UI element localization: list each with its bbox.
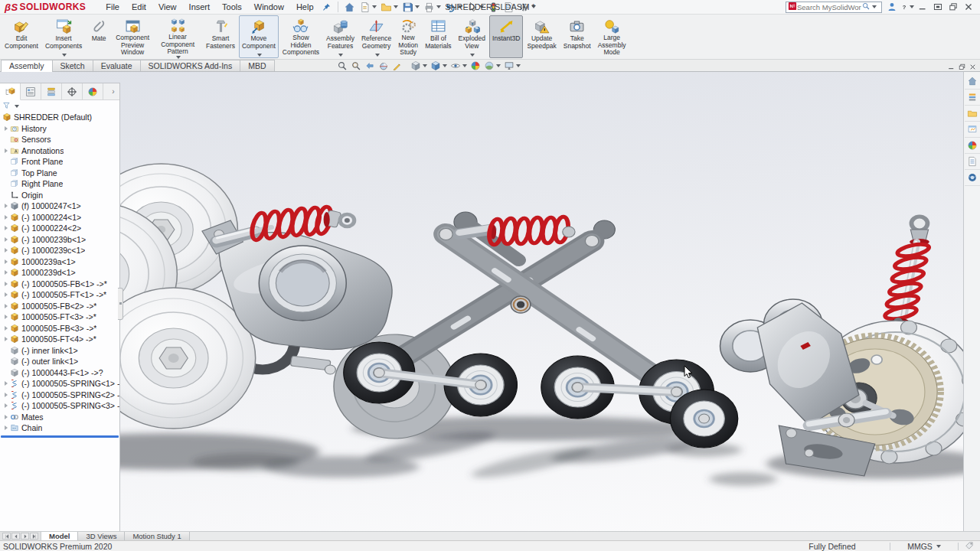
apply-scene-icon[interactable] [482, 60, 502, 71]
ribbon-bill-of-materials[interactable]: Bill of Materials [422, 15, 454, 58]
ribbon-mate[interactable]: Mate [86, 15, 112, 58]
ribbon-new-motion-study[interactable]: New Motion Study [395, 15, 421, 58]
tree-item-10000505-fb-2[interactable]: 10000505-FB<2> ->* [0, 301, 119, 312]
tab-featuremanager[interactable] [0, 83, 21, 100]
tree-item-right-plane[interactable]: Right Plane [0, 178, 119, 190]
tree-item-10000505-spring-1[interactable]: (-) 10000505-SPRING<1> -> [0, 378, 119, 390]
rollback-bar[interactable] [1, 435, 119, 438]
taskpane-view-palette-icon[interactable] [965, 122, 980, 138]
tree-item-front-plane[interactable]: Front Plane [0, 156, 119, 168]
menu-file[interactable]: File [100, 1, 126, 13]
expand-arrow-icon[interactable] [2, 425, 10, 430]
tree-item-10000505-ft-1[interactable]: (-) 10000505-FT<1> ->* [0, 289, 119, 301]
help-icon[interactable]: ? [900, 1, 914, 13]
section-view-icon[interactable] [377, 60, 390, 71]
taskpane-resources-icon[interactable] [965, 73, 980, 90]
expand-arrow-icon[interactable] [2, 381, 10, 386]
pin-icon[interactable] [320, 1, 334, 13]
tree-item-10000239a-1[interactable]: 10000239a<1> [0, 256, 119, 268]
view-orientation-icon[interactable] [409, 60, 429, 71]
display-style-icon[interactable] [429, 60, 449, 71]
taskpane-appearances-icon[interactable] [965, 138, 980, 154]
tab-mbd[interactable]: MBD [240, 60, 274, 71]
doc-restore-icon[interactable] [958, 60, 966, 74]
tab-evaluate[interactable]: Evaluate [93, 60, 141, 71]
expand-arrow-icon[interactable] [2, 304, 10, 308]
expand-arrow-icon[interactable] [2, 393, 10, 397]
tree-item-mates[interactable]: Mates [0, 412, 119, 423]
model-middle-linkage[interactable] [344, 212, 714, 424]
tab-prev-button[interactable] [11, 533, 20, 540]
ribbon-instant3d[interactable]: Instant3D [489, 15, 523, 58]
tab-sketch[interactable]: Sketch [52, 60, 93, 71]
tab-assembly[interactable]: Assembly [1, 60, 53, 72]
save-icon[interactable] [400, 1, 421, 14]
doc-tab-model[interactable]: Model [41, 532, 78, 540]
menu-insert[interactable]: Insert [183, 1, 217, 13]
restore-button[interactable] [946, 1, 960, 13]
ribbon-linear-component-pattern[interactable]: Linear Component Pattern [153, 15, 202, 58]
ribbon-insert-components[interactable]: Insert Components [42, 15, 85, 58]
tree-item-10000505-spring-2[interactable]: (-) 10000505-SPRING<2> -> [0, 390, 119, 401]
expand-arrow-icon[interactable] [2, 415, 10, 419]
ribbon-exploded-view[interactable]: Exploded View [456, 15, 488, 58]
edit-appearance-icon[interactable] [469, 60, 482, 71]
close-button[interactable] [962, 1, 975, 13]
tab-last-button[interactable] [30, 533, 38, 540]
menu-view[interactable]: View [152, 1, 183, 13]
tab-solidworks-add-ins[interactable]: SOLIDWORKS Add-Ins [140, 60, 241, 71]
menu-tools[interactable]: Tools [216, 1, 248, 13]
expand-arrow-icon[interactable] [2, 315, 10, 319]
search-icon[interactable] [861, 0, 871, 14]
ribbon-move-component[interactable]: Move Component [239, 15, 279, 58]
dropdown-caret-icon[interactable] [257, 54, 262, 57]
tree-item-top-plane[interactable]: Top Plane [0, 168, 119, 179]
doc-tab-motion-study-1[interactable]: Motion Study 1 [125, 532, 189, 540]
expand-arrow-icon[interactable] [2, 403, 10, 408]
print-icon[interactable] [422, 1, 443, 14]
tree-item-10000239c-1[interactable]: (-) 10000239c<1> [0, 245, 119, 256]
ribbon-component-preview-window[interactable]: Component Preview Window [113, 15, 152, 58]
tree-item-chain[interactable]: Chain [0, 422, 119, 434]
dropdown-caret-icon[interactable] [375, 54, 380, 57]
dynamic-annotation-icon[interactable] [390, 60, 404, 71]
tree-item-history[interactable]: History [0, 123, 119, 135]
login-icon[interactable] [885, 1, 899, 13]
expand-arrow-icon[interactable] [2, 237, 10, 242]
new-document-icon[interactable] [358, 1, 378, 14]
hide-show-items-icon[interactable] [449, 60, 469, 71]
tree-item-10000505-fb-1[interactable]: (-) 10000505-FB<1> ->* [0, 279, 119, 290]
expand-arrow-icon[interactable] [2, 248, 10, 253]
ribbon-update-speedpak[interactable]: Update Speedpak [524, 15, 559, 58]
tab-dimxpertmanager[interactable] [62, 83, 83, 99]
ribbon-large-assembly-mode[interactable]: Large Assembly Mode [595, 15, 629, 58]
dropdown-caret-icon[interactable] [62, 54, 67, 57]
taskpane-custom-properties-icon[interactable] [965, 154, 980, 170]
home-icon[interactable] [342, 1, 357, 14]
taskpane-design-library-icon[interactable] [965, 90, 980, 106]
ribbon-smart-fasteners[interactable]: Smart Fasteners [203, 15, 238, 58]
dropdown-caret-icon[interactable] [338, 54, 343, 57]
panel-splitter-handle[interactable] [118, 288, 123, 320]
fullscreen-button[interactable] [931, 1, 945, 13]
model-right-sprocket[interactable] [670, 217, 978, 476]
tree-item-10000239d-1[interactable]: 10000239d<1> [0, 267, 119, 279]
tree-item-outer-link-1[interactable]: (-) outer link<1> [0, 356, 119, 367]
open-icon[interactable] [379, 1, 400, 14]
expand-arrow-icon[interactable] [2, 282, 10, 286]
tree-item-10000224-2[interactable]: (-) 10000224<2> [0, 223, 119, 234]
tree-item-annotations[interactable]: Annotations [0, 145, 119, 157]
viewport-3d-scene[interactable] [0, 72, 980, 531]
taskpane-file-explorer-icon[interactable] [965, 106, 980, 122]
zoom-to-fit-icon[interactable] [335, 60, 349, 71]
tab-configurationmanager[interactable] [41, 83, 62, 99]
fm-collapse-arrow-icon[interactable]: › [107, 83, 119, 99]
expand-arrow-icon[interactable] [2, 215, 10, 220]
tab-next-button[interactable] [21, 533, 29, 540]
expand-arrow-icon[interactable] [2, 259, 10, 264]
ribbon-take-snapshot[interactable]: Take Snapshot [560, 15, 594, 58]
tree-item-10000505-spring-3[interactable]: (-) 10000505-SPRING<3> -> [0, 400, 119, 412]
tree-item-shredder-default[interactable]: SHREDDER (Default) [0, 112, 119, 123]
search-input[interactable] [797, 3, 861, 11]
units-selector[interactable]: MMGS [890, 541, 958, 551]
